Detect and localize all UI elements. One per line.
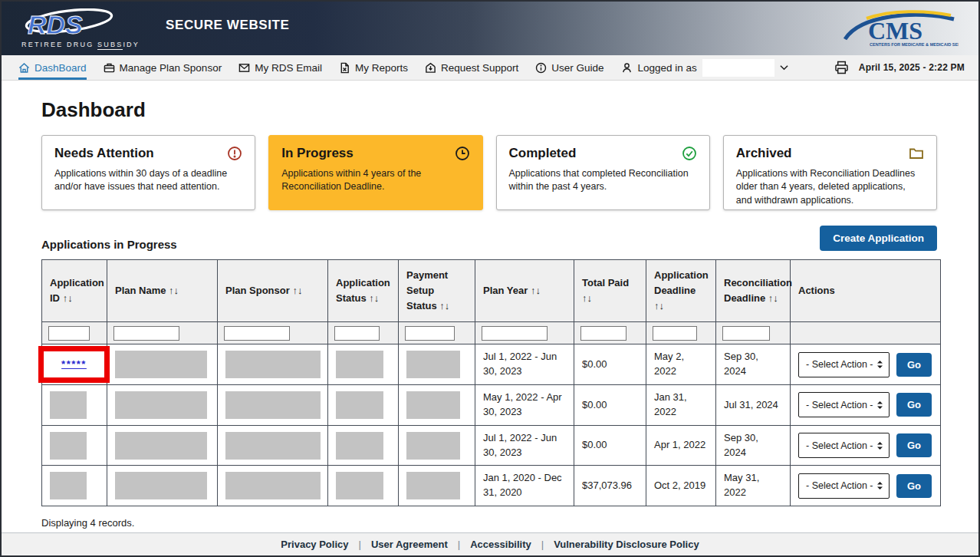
filter-application-deadline-input[interactable] bbox=[653, 326, 697, 341]
nav-item-request-support[interactable]: Request Support bbox=[425, 55, 518, 80]
cms-logo-icon: CMS CENTERS FOR MEDICARE & MEDICAID SERV… bbox=[837, 8, 959, 48]
sort-icon: ↑↓ bbox=[169, 285, 179, 296]
person-icon bbox=[621, 62, 633, 74]
select-action-dropdown[interactable]: - Select Action - bbox=[798, 392, 890, 417]
report-file-icon bbox=[339, 62, 350, 74]
rds-swoosh-icon: RDS bbox=[21, 8, 115, 41]
nav-item-user-guide[interactable]: User Guide bbox=[535, 55, 603, 80]
check-circle-icon bbox=[682, 146, 697, 161]
filter-reconciliation-deadline-input[interactable] bbox=[722, 326, 770, 341]
application-deadline-cell: Jan 31, 2022 bbox=[646, 385, 716, 426]
datetime-display: April 15, 2025 - 2:22 PM bbox=[859, 62, 965, 73]
redacted-payment-setup-status bbox=[406, 472, 460, 499]
actions-cell: - Select Action - Go bbox=[798, 392, 932, 417]
card-completed[interactable]: Completed Applications that completed Re… bbox=[496, 135, 710, 210]
sort-icon: ↑↓ bbox=[531, 285, 541, 296]
redacted-payment-setup-status bbox=[406, 391, 460, 419]
chevron-down-icon[interactable] bbox=[780, 64, 788, 71]
footer: Privacy Policy | User Agreement | Access… bbox=[2, 532, 978, 555]
application-deadline-cell: Apr 1, 2022 bbox=[646, 425, 716, 466]
col-application-id[interactable]: Application ID ↑↓ bbox=[42, 260, 107, 322]
col-reconciliation-deadline[interactable]: Reconciliation Deadline ↑↓ bbox=[716, 260, 791, 322]
table-row: May 1, 2022 - Apr 30, 2023 $0.00 Jan 31,… bbox=[42, 385, 941, 426]
card-desc-completed: Applications that completed Reconciliati… bbox=[509, 167, 697, 194]
plan-year-cell: Jul 1, 2022 - Jun 30, 2023 bbox=[475, 425, 574, 466]
alert-circle-icon bbox=[227, 146, 242, 161]
go-button[interactable]: Go bbox=[896, 393, 932, 417]
redacted-application-id bbox=[50, 391, 87, 419]
envelope-icon bbox=[238, 62, 250, 74]
nav-label-user-guide: User Guide bbox=[551, 62, 603, 74]
table-row: Jul 1, 2022 - Jun 30, 2023 $0.00 Apr 1, … bbox=[42, 425, 941, 466]
printer-icon[interactable] bbox=[834, 60, 850, 75]
red-highlight-annotation: ***** bbox=[38, 346, 110, 383]
actions-cell: - Select Action - Go bbox=[798, 473, 932, 499]
footer-link-accessibility[interactable]: Accessibility bbox=[470, 539, 531, 550]
col-plan-year[interactable]: Plan Year ↑↓ bbox=[475, 260, 574, 322]
go-button[interactable]: Go bbox=[896, 353, 932, 377]
go-button[interactable]: Go bbox=[896, 474, 932, 498]
card-in-progress[interactable]: In Progress Applications within 4 years … bbox=[268, 135, 482, 210]
sort-icon: ↑↓ bbox=[439, 300, 449, 311]
redacted-plan-sponsor bbox=[225, 432, 321, 460]
plan-year-cell: Jan 1, 2020 - Dec 31, 2020 bbox=[475, 466, 574, 506]
svg-text:CMS: CMS bbox=[868, 17, 922, 44]
redacted-application-id bbox=[50, 432, 87, 460]
select-action-dropdown[interactable]: - Select Action - bbox=[798, 352, 890, 377]
reconciliation-deadline-cell: Jul 31, 2024 bbox=[716, 385, 791, 426]
redacted-plan-sponsor bbox=[225, 351, 321, 378]
main-nav: DashBoard Manage Plan Sponsor My RDS Ema… bbox=[2, 55, 978, 81]
nav-item-my-reports[interactable]: My Reports bbox=[339, 55, 408, 80]
footer-link-user-agreement[interactable]: User Agreement bbox=[371, 539, 448, 550]
redacted-plan-sponsor bbox=[225, 472, 321, 499]
col-plan-sponsor[interactable]: Plan Sponsor ↑↓ bbox=[218, 260, 328, 322]
select-action-dropdown[interactable]: - Select Action - bbox=[798, 433, 890, 458]
applications-table: Application ID ↑↓ Plan Name ↑↓ Plan Spon… bbox=[41, 259, 941, 506]
filter-plan-sponsor-input[interactable] bbox=[224, 326, 290, 341]
main-content: Dashboard Needs Attention Applications w… bbox=[2, 81, 978, 532]
filter-plan-year-input[interactable] bbox=[482, 326, 548, 341]
footer-link-vulnerability-disclosure-policy[interactable]: Vulnerability Disclosure Policy bbox=[554, 539, 699, 550]
nav-item-manage-plan-sponsor[interactable]: Manage Plan Sponsor bbox=[104, 55, 222, 80]
select-arrows-icon bbox=[876, 400, 883, 410]
select-action-dropdown[interactable]: - Select Action - bbox=[798, 473, 890, 499]
col-application-status[interactable]: Application Status ↑↓ bbox=[328, 260, 399, 322]
nav-item-my-rds-email[interactable]: My RDS Email bbox=[238, 55, 322, 80]
filter-payment-setup-status-input[interactable] bbox=[405, 326, 455, 341]
redacted-application-status bbox=[336, 472, 383, 499]
cms-logo: CMS CENTERS FOR MEDICARE & MEDICAID SERV… bbox=[837, 8, 959, 51]
sort-icon: ↑↓ bbox=[63, 292, 73, 304]
total-paid-cell: $0.00 bbox=[574, 425, 646, 466]
create-application-button[interactable]: Create Application bbox=[820, 226, 937, 251]
card-title-archived: Archived bbox=[736, 146, 792, 161]
col-plan-name[interactable]: Plan Name ↑↓ bbox=[107, 260, 218, 322]
redacted-plan-sponsor bbox=[225, 391, 321, 419]
total-paid-cell: $37,073.96 bbox=[574, 466, 646, 506]
nav-utilities: April 15, 2025 - 2:22 PM bbox=[834, 55, 965, 80]
redacted-plan-name bbox=[115, 351, 207, 378]
footer-link-privacy-policy[interactable]: Privacy Policy bbox=[281, 539, 348, 550]
filter-total-paid-input[interactable] bbox=[580, 326, 626, 341]
logged-in-user-redacted[interactable] bbox=[702, 59, 774, 77]
col-application-deadline[interactable]: Application Deadline ↑↓ bbox=[646, 260, 716, 322]
rds-logo-subtext: Retiree Drug Subsidy bbox=[21, 41, 140, 48]
total-paid-cell: $0.00 bbox=[574, 344, 646, 385]
col-actions: Actions bbox=[791, 260, 941, 322]
application-id-link[interactable]: ***** bbox=[61, 358, 87, 372]
card-desc-archived: Applications with Reconciliation Deadlin… bbox=[736, 167, 924, 207]
card-archived[interactable]: Archived Applications with Reconciliatio… bbox=[723, 135, 937, 210]
col-total-paid[interactable]: Total Paid ↑↓ bbox=[574, 260, 646, 322]
sort-icon: ↑↓ bbox=[582, 292, 592, 304]
filter-plan-name-input[interactable] bbox=[113, 326, 179, 341]
filter-application-id-input[interactable] bbox=[48, 326, 90, 341]
table-row: Jan 1, 2020 - Dec 31, 2020 $37,073.96 Oc… bbox=[42, 466, 941, 506]
go-button[interactable]: Go bbox=[896, 433, 932, 457]
redacted-payment-setup-status bbox=[406, 351, 460, 378]
col-payment-setup-status[interactable]: Payment Setup Status ↑↓ bbox=[399, 260, 475, 322]
redacted-plan-name bbox=[115, 472, 207, 499]
nav-item-dashboard[interactable]: DashBoard bbox=[18, 55, 87, 80]
footer-separator: | bbox=[458, 539, 460, 550]
filter-application-status-input[interactable] bbox=[334, 326, 380, 341]
card-needs-attention[interactable]: Needs Attention Applications within 30 d… bbox=[41, 135, 255, 210]
nav-label-dashboard: DashBoard bbox=[35, 62, 87, 74]
